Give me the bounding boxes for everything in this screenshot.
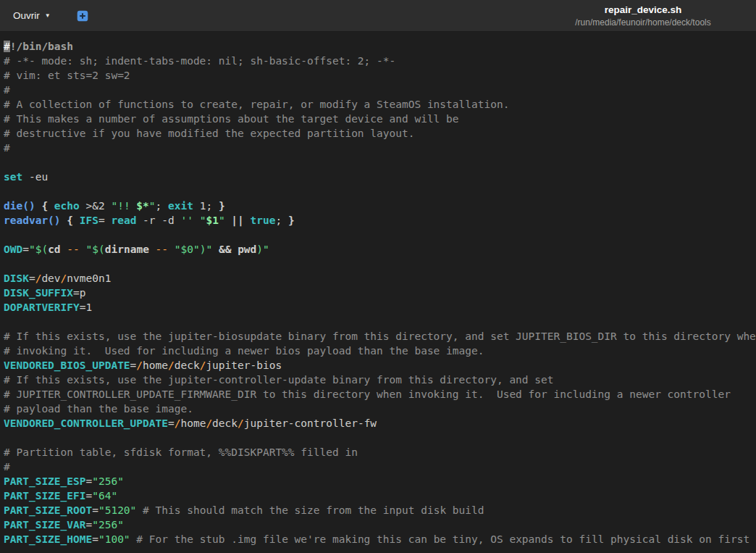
code-line[interactable]: readvar() { IFS= read -r -d '' "$1" || t… bbox=[4, 213, 756, 228]
code-token bbox=[244, 215, 251, 226]
code-token: "$( bbox=[86, 244, 105, 255]
code-token: "$0")" bbox=[175, 244, 212, 255]
code-token: = bbox=[86, 490, 93, 502]
code-line[interactable]: # invoking it. Used for including a newe… bbox=[4, 344, 756, 358]
code-token: dev bbox=[41, 273, 60, 284]
code-token: home bbox=[180, 417, 206, 429]
code-line[interactable] bbox=[4, 228, 756, 242]
code-token: # payload than the base image. bbox=[4, 403, 193, 415]
code-line[interactable]: VENDORED_BIOS_UPDATE=/home/deck/jupiter-… bbox=[4, 358, 756, 373]
code-token: " bbox=[219, 215, 225, 226]
code-token bbox=[61, 215, 67, 226]
code-token: -- bbox=[67, 244, 79, 255]
code-token: >&2 bbox=[80, 200, 112, 212]
code-token: / bbox=[206, 417, 212, 429]
code-line[interactable]: PART_SIZE_ESP="256" bbox=[4, 474, 756, 488]
text-cursor: # bbox=[4, 41, 10, 52]
code-token bbox=[193, 215, 200, 226]
code-token: echo bbox=[54, 200, 80, 212]
code-line[interactable]: PART_SIZE_EFI="64" bbox=[4, 488, 756, 503]
code-line[interactable]: # bbox=[4, 460, 756, 474]
code-token: VENDORED_CONTROLLER_UPDATE bbox=[4, 417, 168, 429]
code-token: nvme0n1 bbox=[67, 273, 111, 284]
code-line[interactable]: # JUPITER_CONTROLLER_UPDATE_FIRMWARE_DIR… bbox=[4, 387, 756, 402]
code-line[interactable]: # If this exists, use the jupiter-biosup… bbox=[4, 329, 756, 344]
code-token: true bbox=[251, 215, 276, 226]
code-line[interactable]: # This makes a number of assumptions abo… bbox=[4, 112, 756, 126]
code-token: { bbox=[41, 200, 48, 212]
open-button[interactable]: Ouvrir ▼ bbox=[7, 7, 56, 25]
code-token: PART_SIZE_ESP bbox=[4, 475, 86, 487]
code-token: " bbox=[149, 200, 156, 212]
code-token bbox=[168, 244, 175, 255]
code-line[interactable]: # If this exists, use the jupiter-contro… bbox=[4, 373, 756, 387]
code-line[interactable]: set -eu bbox=[4, 170, 756, 184]
code-line[interactable]: # payload than the base image. bbox=[4, 402, 756, 416]
code-line[interactable] bbox=[4, 184, 756, 199]
code-token: # vim: et sts=2 sw=2 bbox=[4, 70, 130, 81]
code-token: # For the stub .img file we're making th… bbox=[136, 533, 756, 545]
code-token bbox=[231, 244, 238, 255]
code-token: ; bbox=[275, 215, 287, 226]
code-token: 1; bbox=[193, 200, 219, 212]
new-document-icon bbox=[76, 9, 89, 22]
code-token: } bbox=[288, 215, 295, 226]
code-token: dirname bbox=[105, 244, 149, 255]
code-token: = bbox=[29, 273, 35, 284]
editor-area[interactable]: #!/bin/bash# -*- mode: sh; indent-tabs-m… bbox=[0, 32, 756, 553]
code-token: -r -d bbox=[136, 215, 180, 226]
code-token: readvar() bbox=[4, 215, 61, 226]
document-title: repair_device.sh bbox=[575, 4, 710, 15]
code-token: jupiter-bios bbox=[206, 359, 282, 371]
code-token: OWD bbox=[4, 244, 22, 255]
code-token: = bbox=[92, 504, 98, 516]
code-line[interactable]: # A collection of functions to create, r… bbox=[4, 97, 756, 112]
code-line[interactable]: OWD="$(cd -- "$(dirname -- "$0")" && pwd… bbox=[4, 242, 756, 257]
code-token: || bbox=[231, 215, 243, 226]
code-token: pwd bbox=[238, 244, 256, 255]
code-token: # -*- mode: sh; indent-tabs-mode: nil; s… bbox=[4, 55, 395, 67]
code-token bbox=[136, 504, 143, 516]
code-token: -- bbox=[156, 244, 168, 255]
code-line[interactable]: # -*- mode: sh; indent-tabs-mode: nil; s… bbox=[4, 54, 756, 68]
code-token: die() bbox=[4, 200, 35, 212]
code-token: } bbox=[219, 200, 225, 212]
code-token: PART_SIZE_EFI bbox=[4, 490, 86, 502]
code-line[interactable] bbox=[4, 155, 756, 170]
code-line[interactable]: PART_SIZE_ROOT="5120" # This should matc… bbox=[4, 503, 756, 517]
code-line[interactable]: PART_SIZE_HOME="100" # For the stub .img… bbox=[4, 532, 756, 546]
new-tab-button[interactable] bbox=[72, 6, 93, 26]
code-token: = bbox=[86, 519, 93, 531]
code-line[interactable]: PART_SIZE_VAR="256" bbox=[4, 517, 756, 532]
code-line[interactable] bbox=[4, 315, 756, 329]
code-line[interactable]: DISK=/dev/nvme0n1 bbox=[4, 271, 756, 286]
code-token: "!! bbox=[111, 200, 136, 212]
code-token bbox=[80, 244, 86, 255]
code-line[interactable]: # bbox=[4, 141, 756, 155]
code-line[interactable]: # Partition table, sfdisk format, %%DISK… bbox=[4, 445, 756, 460]
code-line[interactable]: # vim: et sts=2 sw=2 bbox=[4, 68, 756, 83]
code-token: deck bbox=[175, 359, 200, 371]
code-token: # destructive if you have modified the e… bbox=[4, 128, 414, 139]
code-line[interactable]: DOPARTVERIFY=1 bbox=[4, 300, 756, 315]
code-token: # bbox=[4, 84, 10, 96]
code-token: "256" bbox=[92, 475, 124, 487]
code-token bbox=[73, 215, 80, 226]
code-line[interactable] bbox=[4, 431, 756, 445]
code-token: # This should match the size from the in… bbox=[143, 504, 484, 516]
code-line[interactable]: # bbox=[4, 83, 756, 97]
code-token: IFS bbox=[80, 215, 98, 226]
code-line[interactable]: VENDORED_CONTROLLER_UPDATE=/home/deck/ju… bbox=[4, 416, 756, 431]
code-line[interactable]: DISK_SUFFIX=p bbox=[4, 286, 756, 300]
code-token: VENDORED_BIOS_UPDATE bbox=[4, 359, 130, 371]
text-editor-window: Ouvrir ▼ repair_device.sh /run/media/feu… bbox=[0, 0, 756, 553]
code-token: = bbox=[168, 417, 175, 429]
code-line[interactable] bbox=[4, 257, 756, 271]
code-token: # If this exists, use the jupiter-biosup… bbox=[4, 330, 756, 342]
code-line[interactable]: #!/bin/bash bbox=[4, 39, 756, 54]
code-token: cd bbox=[48, 244, 60, 255]
code-token: )" bbox=[256, 244, 269, 255]
code-line[interactable]: die() { echo >&2 "!! $*"; exit 1; } bbox=[4, 199, 756, 213]
code-token: PART_SIZE_VAR bbox=[4, 519, 86, 531]
code-line[interactable]: # destructive if you have modified the e… bbox=[4, 126, 756, 141]
